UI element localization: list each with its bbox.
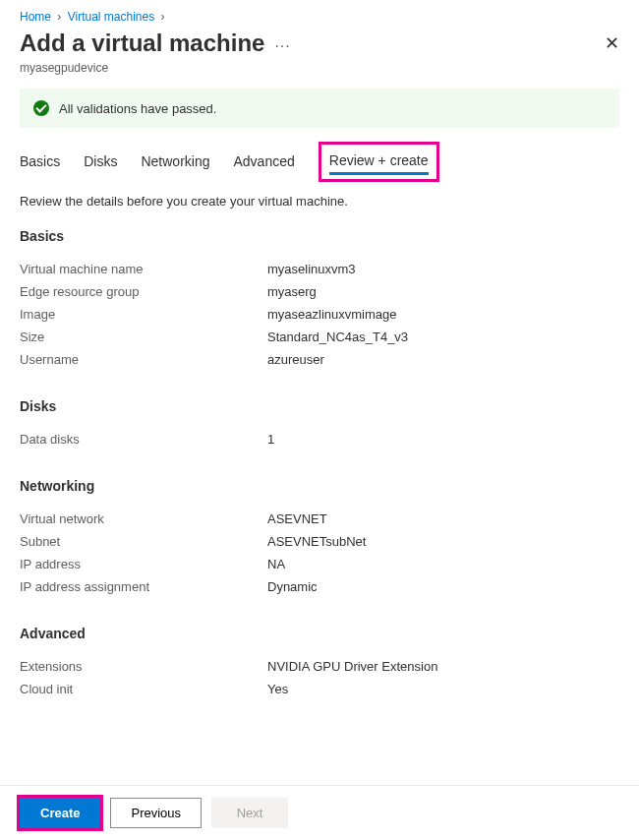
next-button: Next [211, 798, 288, 828]
ip-label: IP address [20, 557, 267, 571]
tab-basics[interactable]: Basics [20, 146, 60, 178]
tab-disks[interactable]: Disks [84, 146, 117, 178]
data-disks-value: 1 [267, 432, 274, 447]
success-icon [33, 100, 49, 116]
disks-heading: Disks [20, 398, 619, 414]
image-value: myaseazlinuxvmimage [267, 307, 397, 322]
ip-assign-label: IP address assignment [20, 579, 267, 594]
vm-name-label: Virtual machine name [20, 262, 267, 276]
previous-button[interactable]: Previous [110, 798, 202, 828]
footer: Create Previous Next [0, 785, 639, 840]
username-value: azureuser [267, 352, 324, 367]
breadcrumb-home[interactable]: Home [20, 10, 51, 24]
tab-advanced[interactable]: Advanced [234, 146, 295, 178]
description: Review the details before you create you… [0, 178, 639, 228]
ip-assign-value: Dynamic [267, 579, 318, 594]
section-advanced: Advanced ExtensionsNVIDIA GPU Driver Ext… [0, 626, 639, 728]
section-networking: Networking Virtual networkASEVNET Subnet… [0, 478, 639, 626]
cloud-init-value: Yes [267, 682, 288, 696]
rg-value: myaserg [267, 284, 317, 299]
vm-name-value: myaselinuxvm3 [267, 262, 356, 276]
rg-label: Edge resource group [20, 284, 267, 299]
section-disks: Disks Data disks1 [0, 398, 639, 478]
size-label: Size [20, 330, 267, 344]
basics-heading: Basics [20, 228, 619, 244]
create-button[interactable]: Create [20, 798, 100, 828]
image-label: Image [20, 307, 267, 322]
more-icon[interactable]: ··· [274, 37, 290, 55]
section-basics: Basics Virtual machine namemyaselinuxvm3… [0, 228, 639, 398]
data-disks-label: Data disks [20, 432, 267, 447]
chevron-right-icon: › [57, 10, 61, 24]
chevron-right-icon: › [161, 10, 165, 24]
networking-heading: Networking [20, 478, 619, 494]
close-icon[interactable]: ✕ [605, 32, 619, 54]
subnet-label: Subnet [20, 534, 267, 549]
subnet-value: ASEVNETsubNet [267, 534, 366, 549]
breadcrumb: Home › Virtual machines › [0, 0, 639, 30]
tab-review-highlight: Review + create [319, 142, 439, 182]
subtitle: myasegpudevice [0, 61, 639, 89]
vnet-value: ASEVNET [267, 511, 327, 526]
cloud-init-label: Cloud init [20, 682, 267, 696]
tabs: Basics Disks Networking Advanced Review … [0, 146, 639, 178]
size-value: Standard_NC4as_T4_v3 [267, 330, 408, 344]
tab-review-create[interactable]: Review + create [329, 149, 429, 175]
validation-message: All validations have passed. [59, 101, 216, 116]
extensions-value: NVIDIA GPU Driver Extension [267, 659, 437, 674]
advanced-heading: Advanced [20, 626, 619, 641]
validation-banner: All validations have passed. [20, 89, 619, 128]
ip-value: NA [267, 557, 285, 571]
username-label: Username [20, 352, 267, 367]
vnet-label: Virtual network [20, 511, 267, 526]
breadcrumb-vms[interactable]: Virtual machines [68, 10, 155, 24]
extensions-label: Extensions [20, 659, 267, 674]
tab-networking[interactable]: Networking [141, 146, 209, 178]
page-title: Add a virtual machine [20, 30, 264, 57]
